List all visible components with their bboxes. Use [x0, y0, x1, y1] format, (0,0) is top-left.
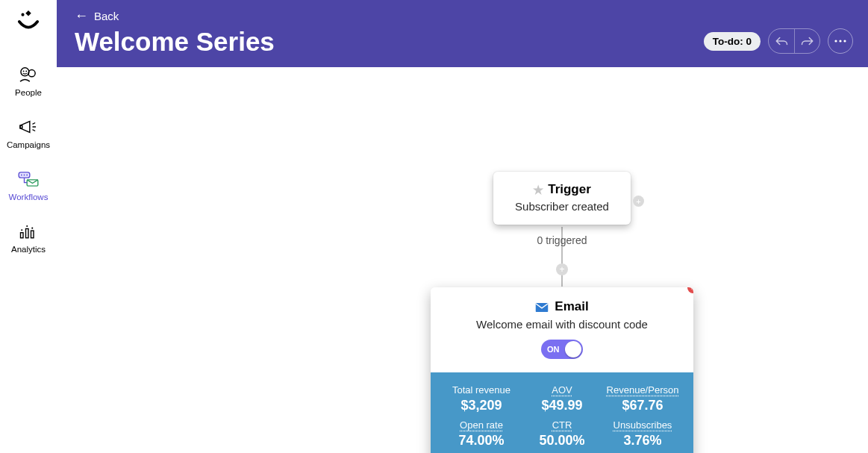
- svg-point-3: [28, 70, 35, 77]
- svg-rect-13: [26, 229, 29, 238]
- email-title: Email: [555, 299, 588, 314]
- sidebar-item-campaigns[interactable]: Campaigns: [0, 107, 57, 160]
- stat-value: $49.99: [522, 398, 602, 413]
- stat-label: AOV: [522, 384, 602, 396]
- add-trigger-button[interactable]: +: [633, 196, 644, 207]
- megaphone-icon: [17, 118, 40, 136]
- trigger-node[interactable]: ★ Trigger Subscriber created +: [493, 172, 631, 225]
- svg-point-2: [21, 68, 29, 76]
- svg-rect-12: [21, 233, 24, 238]
- sidebar: People Campaigns: [0, 0, 57, 453]
- stat-value: $3,209: [441, 398, 522, 413]
- sidebar-item-analytics[interactable]: Analytics: [0, 212, 57, 264]
- more-menu-button[interactable]: [828, 28, 853, 54]
- svg-point-4: [23, 71, 25, 72]
- sidebar-item-label: Campaigns: [7, 140, 50, 149]
- stat-value: $67.76: [602, 398, 683, 413]
- email-stats-panel: Total revenue $3,209 AOV $49.99 Revenue/…: [431, 372, 693, 453]
- people-icon: [17, 66, 40, 84]
- trigger-count: 0 triggered: [493, 234, 631, 246]
- arrow-left-icon: ←: [75, 9, 88, 22]
- stat-label: Total revenue: [441, 384, 522, 396]
- stat-value: 3.76%: [602, 433, 683, 449]
- app-logo[interactable]: [16, 9, 41, 34]
- workflow-canvas[interactable]: + ★ Trigger Subscriber created + 0 trigg…: [57, 67, 868, 453]
- analytics-icon: [17, 222, 40, 240]
- stat-aov: AOV $49.99: [522, 384, 602, 413]
- sidebar-item-people[interactable]: People: [0, 55, 57, 107]
- mail-icon: [535, 302, 549, 312]
- star-icon: ★: [533, 183, 543, 197]
- svg-point-15: [21, 229, 22, 231]
- svg-point-10: [26, 175, 28, 176]
- stat-open-rate: Open rate 74.00% 594: [441, 419, 522, 453]
- stat-label: Unsubscribes: [602, 419, 683, 431]
- svg-point-16: [26, 225, 28, 227]
- sidebar-item-workflows[interactable]: Workflows: [0, 160, 57, 212]
- svg-point-9: [24, 175, 25, 176]
- sidebar-item-label: Analytics: [11, 245, 46, 254]
- svg-point-18: [834, 40, 837, 42]
- svg-point-20: [843, 40, 846, 42]
- toggle-knob: [565, 341, 581, 357]
- stat-label: CTR: [522, 419, 602, 431]
- svg-point-17: [31, 228, 33, 229]
- workflows-icon: [17, 170, 40, 188]
- page-header: ← Back Welcome Series To-do: 0: [57, 0, 868, 67]
- stat-ctr: CTR 50.00% 297: [522, 419, 602, 453]
- undo-button[interactable]: [769, 29, 794, 53]
- redo-button[interactable]: [794, 29, 819, 53]
- stat-unsubscribes: Unsubscribes 3.76% 30: [602, 419, 683, 453]
- back-label: Back: [94, 10, 119, 22]
- svg-rect-6: [20, 125, 22, 128]
- stat-label: Open rate: [441, 419, 522, 431]
- svg-point-5: [25, 71, 27, 72]
- stat-label: Revenue/Person: [602, 384, 683, 396]
- email-enabled-toggle[interactable]: ON: [541, 340, 583, 359]
- stat-total-revenue: Total revenue $3,209: [441, 384, 522, 413]
- email-subtitle: Welcome email with discount code: [444, 318, 680, 331]
- trigger-subtitle: Subscriber created: [505, 200, 619, 213]
- back-link[interactable]: ← Back: [75, 6, 119, 25]
- stat-value: 50.00%: [522, 433, 602, 449]
- add-step-button[interactable]: +: [556, 263, 568, 275]
- svg-point-0: [21, 13, 24, 16]
- svg-marker-1: [25, 10, 31, 16]
- svg-point-19: [839, 40, 841, 42]
- svg-rect-14: [31, 231, 34, 238]
- toggle-label: ON: [547, 345, 560, 354]
- svg-point-8: [21, 175, 22, 176]
- trigger-title: Trigger: [548, 182, 591, 197]
- sidebar-item-label: People: [15, 88, 42, 97]
- stat-value: 74.00%: [441, 433, 522, 449]
- undo-redo-group: [768, 28, 820, 54]
- sidebar-item-label: Workflows: [9, 193, 49, 201]
- todo-pill[interactable]: To-do: 0: [704, 32, 761, 51]
- stat-revenue-person: Revenue/Person $67.76: [602, 384, 683, 413]
- email-node[interactable]: × Email Welcome email with discount code…: [431, 287, 693, 453]
